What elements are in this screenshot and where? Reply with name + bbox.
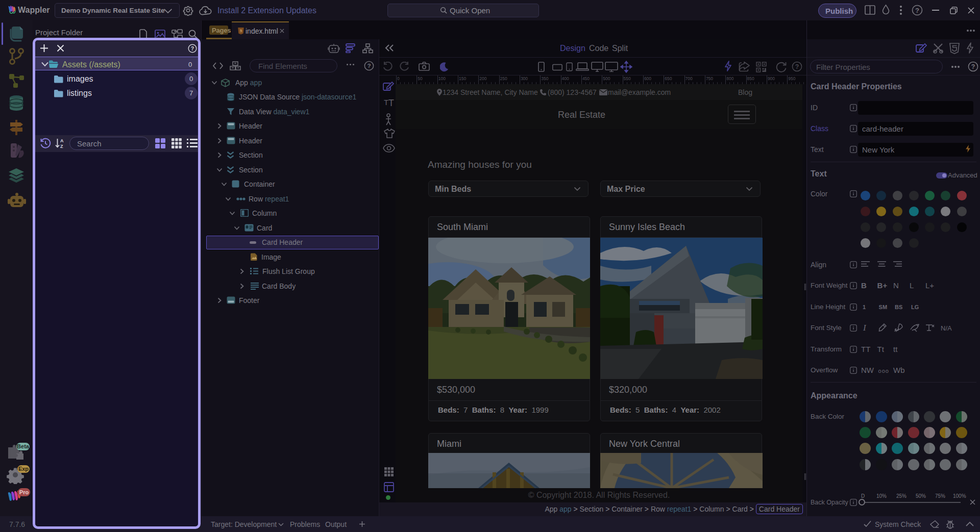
svg-text:?: ? (795, 63, 799, 70)
svg-text:A: A (60, 138, 64, 143)
svg-text:Z: Z (60, 144, 63, 149)
svg-text:?: ? (915, 7, 919, 14)
svg-text:?: ? (971, 63, 975, 70)
svg-text:?: ? (367, 62, 371, 69)
svg-text:T: T (384, 98, 388, 107)
svg-text:T: T (388, 98, 394, 107)
svg-text:?: ? (191, 45, 194, 52)
svg-text:5: 5 (240, 29, 242, 33)
